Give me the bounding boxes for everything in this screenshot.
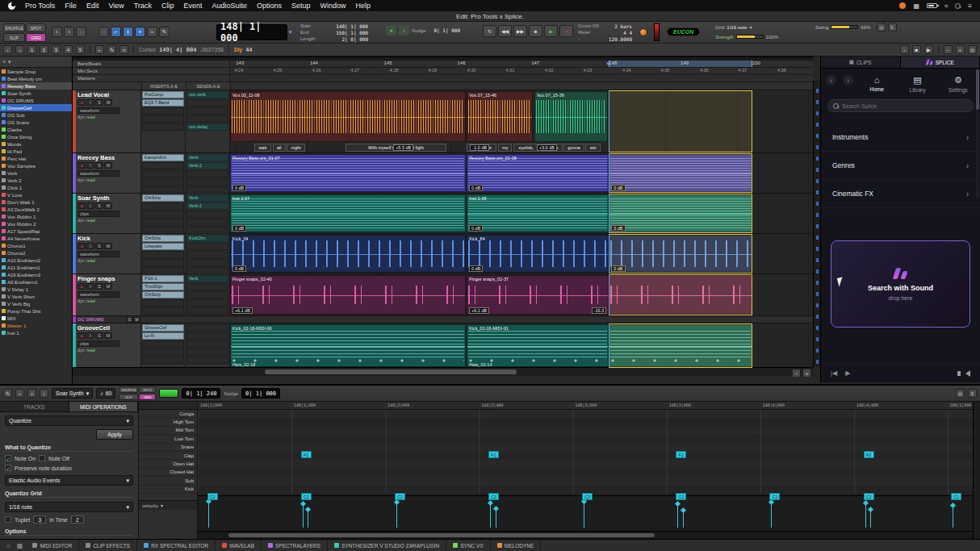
- menu-item[interactable]: Window: [320, 2, 346, 10]
- send-slot[interactable]: KickChn: [186, 235, 228, 242]
- conductor-button[interactable]: [639, 28, 647, 36]
- send-slot[interactable]: [186, 251, 228, 258]
- track-list-item[interactable]: Verb: [0, 169, 72, 177]
- automation-mode[interactable]: read: [86, 218, 95, 223]
- spotlight-search-icon[interactable]: [955, 3, 961, 9]
- zoom-preset-button[interactable]: 3: [52, 45, 61, 54]
- track-list-item[interactable]: A9 EndHarm1: [0, 278, 72, 286]
- audio-clip[interactable]: Reecey Bass-cm_01-07: [230, 154, 466, 192]
- track-lane[interactable]: Kick_04 Kick_84: [230, 234, 813, 273]
- track-lane[interactable]: Finger snaps_02-40 Finger snaps_02-37: [230, 274, 813, 315]
- edit-selection[interactable]: [609, 324, 752, 368]
- track-list-item[interactable]: V Verb Big: [0, 300, 72, 307]
- fast-forward-button[interactable]: ▶▶: [513, 25, 527, 37]
- scrollbar-thumb[interactable]: [228, 533, 655, 537]
- wifi-icon[interactable]: ≈: [944, 2, 948, 10]
- splice-nav-library[interactable]: ▤ Library: [900, 75, 934, 93]
- menu-item[interactable]: Options: [257, 2, 282, 10]
- mute-button[interactable]: M: [104, 332, 112, 339]
- grabber-tool[interactable]: +: [135, 27, 145, 37]
- trim-tool[interactable]: ⌐: [111, 27, 121, 37]
- send-slot[interactable]: vox delay: [186, 123, 228, 131]
- record-enable-button[interactable]: ●: [77, 243, 86, 249]
- splice-prev-button[interactable]: |◀: [831, 369, 837, 377]
- lyric-box[interactable]: win: [585, 144, 601, 152]
- midi-input-indicator[interactable]: ●: [386, 25, 396, 35]
- toolbar-menu-button[interactable]: ≡: [888, 23, 897, 31]
- track-list-item[interactable]: A4 NeverKnew: [0, 235, 72, 242]
- send-slot[interactable]: Verb: [186, 154, 228, 161]
- automation-mode[interactable]: read: [86, 298, 95, 303]
- track-view-selector[interactable]: waveform: [77, 251, 119, 257]
- drum-row-label[interactable]: High Tom: [139, 418, 197, 426]
- audio-clip[interactable]: Inst 2-08: [467, 194, 609, 232]
- window-tab[interactable]: CLIP EFFECTS: [79, 540, 137, 551]
- track-view-selector[interactable]: waveform: [77, 170, 119, 177]
- velocity-stem[interactable]: [677, 504, 678, 528]
- midi-vertical-scrollbar[interactable]: [973, 402, 980, 539]
- window-tab[interactable]: SYNC VX: [446, 540, 491, 551]
- insert-slot[interactable]: Lowpass: [142, 243, 184, 250]
- audio-clip[interactable]: Kick_84: [467, 235, 609, 273]
- midi-note[interactable]: C2: [207, 493, 218, 500]
- track-list-item[interactable]: Pump That Shit: [0, 307, 72, 315]
- mini-play-button[interactable]: ▶: [924, 45, 933, 54]
- mirror-midi-button[interactable]: ✎: [107, 45, 116, 54]
- track-name[interactable]: Soar Synth: [77, 194, 139, 202]
- automation-mode[interactable]: read: [86, 348, 95, 353]
- track-name[interactable]: Lead Vocal: [77, 91, 139, 98]
- midi-shuffle-button[interactable]: SHUFFLE: [119, 386, 138, 393]
- clips-tab[interactable]: ▦ CLIPS: [821, 56, 901, 68]
- oc-drums-name[interactable]: OC DRUMS: [77, 317, 126, 322]
- velocity-lane-header[interactable]: velocity ▾: [139, 500, 197, 510]
- track-list-item[interactable]: Inst 1: [0, 329, 72, 336]
- track-list-item[interactable]: Sample Drop: [0, 68, 72, 75]
- tab-to-transient-button[interactable]: ⌐: [95, 45, 104, 54]
- send-slot[interactable]: [186, 243, 228, 250]
- send-slot[interactable]: [186, 178, 228, 186]
- splice-category-row[interactable]: Instruments ›: [821, 123, 980, 152]
- track-list-item[interactable]: OC DRUMS: [0, 97, 72, 104]
- track-lane[interactable]: Kick_02-16-MIDI-90 Kick_02-16-MIDI-91: [230, 324, 813, 368]
- insert-slot[interactable]: ProComp: [142, 91, 184, 98]
- splice-forward-button[interactable]: ›: [843, 75, 853, 86]
- send-slot[interactable]: Verb 2: [186, 202, 228, 210]
- midi-slip-button[interactable]: SLIP: [119, 394, 138, 400]
- solo-button[interactable]: S: [95, 243, 103, 249]
- solo-button[interactable]: S: [95, 99, 103, 106]
- drum-row-label[interactable]: Mid Tom: [139, 427, 197, 435]
- automation-mode[interactable]: read: [86, 258, 95, 263]
- midi-pencil-tool[interactable]: ✎: [3, 389, 12, 398]
- piano-roll[interactable]: 148|1|000 148|1|480 148|2|000 148|2|480 …: [198, 402, 973, 539]
- insert-slot[interactable]: [142, 162, 184, 169]
- splice-nav-home[interactable]: ⌂ Home: [860, 75, 894, 92]
- input-monitor-button[interactable]: I: [86, 283, 94, 290]
- edit-horizontal-scrollbar[interactable]: − +: [73, 367, 813, 376]
- insert-slot[interactable]: [142, 202, 184, 210]
- track-name[interactable]: Kick: [77, 235, 139, 242]
- menu-item[interactable]: Track: [134, 2, 152, 10]
- counter-dropdown-icon[interactable]: ▾: [289, 29, 292, 35]
- loop-playback-button[interactable]: ↻: [483, 25, 496, 37]
- track-list-item[interactable]: Hi Pad: [0, 148, 72, 155]
- selector-tool[interactable]: I: [123, 27, 133, 37]
- automation-mode[interactable]: read: [86, 177, 95, 182]
- playhead-marker-icon[interactable]: ▾: [606, 61, 609, 67]
- min-secs-ruler-label[interactable]: Min:Secs: [73, 68, 230, 74]
- solo-button[interactable]: S: [95, 202, 103, 209]
- midi-ruler[interactable]: 148|1|000 148|1|480 148|2|000 148|2|480 …: [198, 402, 973, 410]
- lyric-box[interactable]: wait: [254, 144, 272, 152]
- note-on-checkbox[interactable]: ✓: [5, 455, 11, 461]
- menu-item[interactable]: Pro Tools: [25, 2, 55, 10]
- audio-clip[interactable]: Inst 2-07: [230, 194, 466, 232]
- window-tab[interactable]: SYNTHESIZER V STUDIO ZARAPLUGIN: [328, 540, 446, 551]
- insert-slot[interactable]: ChrStrip: [142, 291, 184, 298]
- zoom-in-button[interactable]: ›: [64, 27, 74, 37]
- markers-ruler-label[interactable]: Markers: [73, 75, 230, 81]
- tab-tracks[interactable]: TRACKS: [0, 402, 69, 411]
- edit-selection[interactable]: [609, 194, 752, 233]
- track-list-item[interactable]: Orca String: [0, 133, 72, 140]
- send-slot[interactable]: [186, 291, 228, 298]
- velocity-stem[interactable]: [496, 509, 496, 528]
- zoom-preset-button[interactable]: 4: [64, 45, 73, 54]
